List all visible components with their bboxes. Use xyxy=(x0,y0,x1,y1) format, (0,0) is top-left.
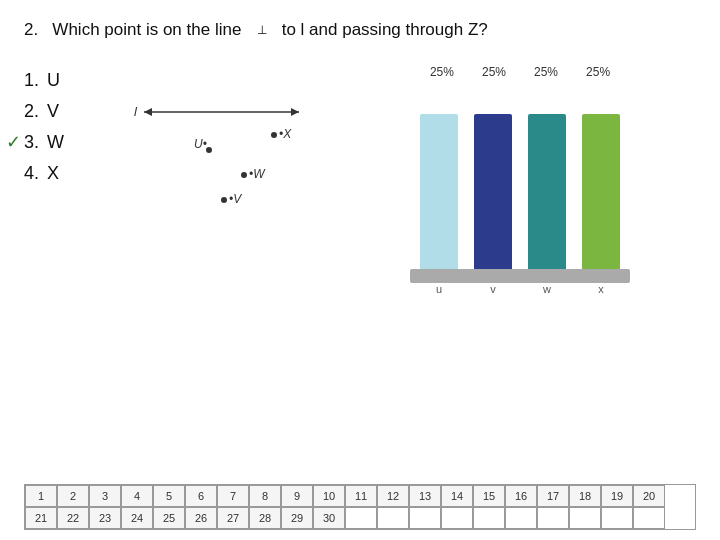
nav-grid: 1 2 3 4 5 6 7 8 9 10 11 12 13 14 15 16 1… xyxy=(24,484,696,530)
choice-label-v: V xyxy=(47,101,59,122)
chart-area xyxy=(410,83,630,283)
svg-marker-1 xyxy=(144,108,152,116)
nav-cell-26[interactable]: 26 xyxy=(185,507,217,529)
nav-cell-30[interactable]: 30 xyxy=(313,507,345,529)
choice-num-w: 3. xyxy=(24,132,39,153)
nav-cell-18[interactable]: 18 xyxy=(569,485,601,507)
nav-cell-5[interactable]: 5 xyxy=(153,485,185,507)
question-body-before: Which point is on the line xyxy=(52,20,241,39)
nav-cell-12[interactable]: 12 xyxy=(377,485,409,507)
nav-cell-24[interactable]: 24 xyxy=(121,507,153,529)
x-label-v: v xyxy=(474,283,512,295)
question-body-after: to l and passing through Z? xyxy=(282,20,488,39)
nav-cell-16[interactable]: 16 xyxy=(505,485,537,507)
bar-pct-label-3: 25% xyxy=(586,65,610,79)
nav-cell-38 xyxy=(569,507,601,529)
nav-cell-37 xyxy=(537,507,569,529)
nav-cell-7[interactable]: 7 xyxy=(217,485,249,507)
choice-item-w[interactable]: ✓3.W xyxy=(24,132,114,153)
bars-container xyxy=(420,89,620,269)
nav-cell-19[interactable]: 19 xyxy=(601,485,633,507)
diagram-column: l U• •X •W •V xyxy=(124,60,334,478)
middle-section: 1.U2.V✓3.W4.X l U• •X xyxy=(24,60,696,478)
bar-w xyxy=(528,114,566,269)
x-label-u: u xyxy=(420,283,458,295)
bar-wrap-w xyxy=(528,114,566,269)
choices-column: 1.U2.V✓3.W4.X xyxy=(24,60,114,478)
svg-point-10 xyxy=(221,197,227,203)
choice-label-u: U xyxy=(47,70,60,91)
choice-label-w: W xyxy=(47,132,64,153)
nav-cell-27[interactable]: 27 xyxy=(217,507,249,529)
nav-cell-32 xyxy=(377,507,409,529)
nav-cell-21[interactable]: 21 xyxy=(25,507,57,529)
bar-wrap-v xyxy=(474,114,512,269)
bar-x xyxy=(582,114,620,269)
nav-cell-36 xyxy=(505,507,537,529)
nav-cell-4[interactable]: 4 xyxy=(121,485,153,507)
nav-cell-28[interactable]: 28 xyxy=(249,507,281,529)
nav-row-1: 1 2 3 4 5 6 7 8 9 10 11 12 13 14 15 16 1… xyxy=(25,485,695,507)
main-content: 2. Which point is on the line ⊥ to l and… xyxy=(0,0,720,540)
choice-num-v: 2. xyxy=(24,101,39,122)
question-number: 2. xyxy=(24,20,38,39)
chart-top-labels: 25% 25% 25% 25% xyxy=(430,65,610,79)
nav-cell-8[interactable]: 8 xyxy=(249,485,281,507)
x-label-w: w xyxy=(528,283,566,295)
checkmark-icon: ✓ xyxy=(6,131,21,153)
bar-pct-label-1: 25% xyxy=(482,65,506,79)
nav-cell-13[interactable]: 13 xyxy=(409,485,441,507)
choice-item-u[interactable]: 1.U xyxy=(24,70,114,91)
nav-cell-31 xyxy=(345,507,377,529)
nav-cell-34 xyxy=(441,507,473,529)
nav-cell-40 xyxy=(633,507,665,529)
svg-text:U•: U• xyxy=(194,137,207,151)
x-label-x: x xyxy=(582,283,620,295)
bar-wrap-u xyxy=(420,114,458,269)
nav-row-2: 21 22 23 24 25 26 27 28 29 30 xyxy=(25,507,695,529)
nav-cell-11[interactable]: 11 xyxy=(345,485,377,507)
bar-u xyxy=(420,114,458,269)
nav-cell-33 xyxy=(409,507,441,529)
nav-cell-15[interactable]: 15 xyxy=(473,485,505,507)
svg-point-4 xyxy=(206,147,212,153)
nav-cell-39 xyxy=(601,507,633,529)
svg-text:•X: •X xyxy=(279,127,292,141)
chart-column: 25% 25% 25% 25% xyxy=(344,60,696,478)
choice-item-v[interactable]: 2.V xyxy=(24,101,114,122)
bar-pct-label-2: 25% xyxy=(534,65,558,79)
svg-point-8 xyxy=(241,172,247,178)
bar-v xyxy=(474,114,512,269)
chart-x-labels: u v w x xyxy=(410,283,630,295)
nav-cell-3[interactable]: 3 xyxy=(89,485,121,507)
choice-label-x: X xyxy=(47,163,59,184)
bottom-nav: 1 2 3 4 5 6 7 8 9 10 11 12 13 14 15 16 1… xyxy=(24,478,696,530)
bar-wrap-x xyxy=(582,114,620,269)
svg-text:•V: •V xyxy=(229,192,242,206)
choice-num-u: 1. xyxy=(24,70,39,91)
nav-cell-20[interactable]: 20 xyxy=(633,485,665,507)
nav-cell-14[interactable]: 14 xyxy=(441,485,473,507)
nav-cell-9[interactable]: 9 xyxy=(281,485,313,507)
question-text: 2. Which point is on the line ⊥ to l and… xyxy=(24,18,696,42)
choice-item-x[interactable]: 4.X xyxy=(24,163,114,184)
nav-cell-10[interactable]: 10 xyxy=(313,485,345,507)
svg-point-6 xyxy=(271,132,277,138)
geometry-diagram: l U• •X •W •V xyxy=(124,70,324,230)
nav-cell-1[interactable]: 1 xyxy=(25,485,57,507)
nav-cell-2[interactable]: 2 xyxy=(57,485,89,507)
choice-num-x: 4. xyxy=(24,163,39,184)
nav-cell-23[interactable]: 23 xyxy=(89,507,121,529)
bar-pct-label-0: 25% xyxy=(430,65,454,79)
perp-symbol: ⊥ xyxy=(257,22,267,39)
svg-text:l: l xyxy=(134,104,138,119)
chart-base xyxy=(410,269,630,283)
nav-cell-29[interactable]: 29 xyxy=(281,507,313,529)
svg-text:•W: •W xyxy=(249,167,266,181)
nav-cell-35 xyxy=(473,507,505,529)
svg-marker-2 xyxy=(291,108,299,116)
nav-cell-6[interactable]: 6 xyxy=(185,485,217,507)
nav-cell-25[interactable]: 25 xyxy=(153,507,185,529)
nav-cell-17[interactable]: 17 xyxy=(537,485,569,507)
nav-cell-22[interactable]: 22 xyxy=(57,507,89,529)
